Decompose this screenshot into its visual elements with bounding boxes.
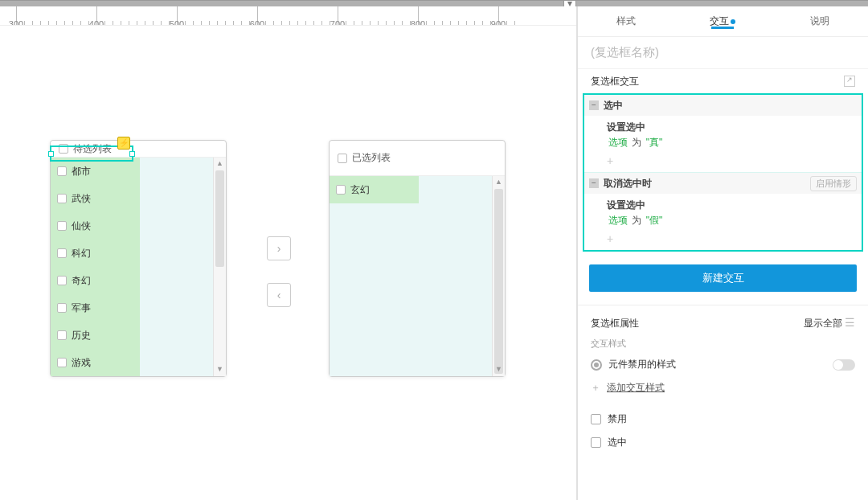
horizontal-ruler: 300400500600700800900 <box>0 6 576 26</box>
add-action-icon[interactable]: + <box>584 232 862 250</box>
panel-title: 已选列表 <box>352 151 391 165</box>
panel-header: 已选列表 <box>330 141 505 176</box>
selected-list: 玄幻 <box>330 176 492 376</box>
tab-style[interactable]: 样式 <box>578 14 674 28</box>
checkbox-icon[interactable] <box>57 221 67 231</box>
list-item[interactable]: 奇幻 <box>51 267 213 294</box>
scroll-up-icon[interactable]: ▲ <box>214 158 226 170</box>
checkbox-icon[interactable] <box>57 303 67 313</box>
menu-icon[interactable]: ☰ <box>845 316 855 329</box>
action-name: 设置选中 <box>584 194 862 212</box>
list-item[interactable]: 都市 <box>51 158 213 185</box>
plus-icon: ＋ <box>591 381 600 395</box>
show-all-link[interactable]: 显示全部 <box>804 318 842 329</box>
inspector-tabs: 样式 交互 说明 <box>578 6 868 37</box>
checkbox-icon[interactable] <box>336 185 346 195</box>
tab-interactions[interactable]: 交互 <box>674 14 771 28</box>
checkbox-icon[interactable] <box>591 414 601 424</box>
selected-list-panel[interactable]: 已选列表 玄幻 ▲ ▼ <box>329 140 506 377</box>
unsaved-dot-icon <box>731 19 735 24</box>
widget-name-input[interactable]: (复选框名称) <box>578 37 868 69</box>
scroll-up-icon[interactable]: ▲ <box>493 176 505 189</box>
checkbox-icon[interactable] <box>57 194 67 203</box>
placeholder-text: (复选框名称) <box>591 45 659 60</box>
events-block: −选中设置选中选项 为 "真"+−取消选中时启用情形设置选中选项 为 "假"+ <box>583 93 863 252</box>
disable-checkbox-row[interactable]: 禁用 <box>578 408 868 431</box>
event-header[interactable]: −选中 <box>584 95 862 116</box>
main-area: 300400500600700800900 待选列表 都市武侠仙侠科幻奇幻军事历… <box>0 6 868 500</box>
inspector-sidebar: 样式 交互 说明 (复选框名称) 复选框交互 −选中设置选中选项 为 "真"+−… <box>576 6 868 500</box>
action-detail: 选项 为 "假" <box>584 212 862 232</box>
resize-handle-right[interactable] <box>129 151 135 157</box>
event-item[interactable]: −取消选中时启用情形设置选中选项 为 "假"+ <box>584 173 862 250</box>
design-canvas[interactable]: 待选列表 都市武侠仙侠科幻奇幻军事历史游戏 ▲ ▼ ⚡ › ‹ <box>0 26 576 500</box>
resize-handle-left[interactable] <box>48 151 54 157</box>
selected-checkbox-row[interactable]: 选中 <box>578 431 868 454</box>
divider <box>578 305 868 305</box>
add-action-icon[interactable]: + <box>584 154 862 172</box>
action-name: 设置选中 <box>584 116 862 134</box>
list-item[interactable]: 玄幻 <box>330 176 492 203</box>
expand-icon[interactable] <box>844 76 855 87</box>
tab-notes[interactable]: 说明 <box>772 14 868 28</box>
checkbox-icon <box>338 154 347 163</box>
list-item[interactable]: 科幻 <box>51 240 213 267</box>
list-item[interactable]: 仙侠 <box>51 212 213 240</box>
move-left-button[interactable]: ‹ <box>267 283 291 307</box>
pending-list-panel[interactable]: 待选列表 都市武侠仙侠科幻奇幻军事历史游戏 ▲ ▼ <box>50 140 227 377</box>
properties-header: 复选框属性 显示全部 ☰ <box>578 312 868 334</box>
list-item[interactable]: 军事 <box>51 294 213 322</box>
collapse-icon[interactable]: − <box>589 100 599 110</box>
checkbox-icon[interactable] <box>591 437 601 448</box>
scrollbar[interactable]: ▲ ▼ <box>492 176 505 376</box>
add-ix-style-row[interactable]: ＋ 添加交互样式 <box>578 376 868 400</box>
ix-style-header: 交互样式 <box>578 334 868 353</box>
scroll-down-icon[interactable]: ▼ <box>214 363 226 376</box>
scroll-thumb[interactable] <box>494 189 503 374</box>
collapse-icon[interactable]: − <box>589 178 599 188</box>
interaction-badge-icon[interactable]: ⚡ <box>117 137 130 150</box>
event-header[interactable]: −取消选中时启用情形 <box>584 173 862 194</box>
toggle-switch[interactable] <box>833 359 855 371</box>
move-right-button[interactable]: › <box>267 236 291 260</box>
event-item[interactable]: −选中设置选中选项 为 "真"+ <box>584 95 862 173</box>
list-item[interactable]: 游戏 <box>51 349 213 376</box>
interactions-section-header: 复选框交互 <box>578 69 868 93</box>
disabled-style-row[interactable]: 元件禁用的样式 <box>578 353 868 376</box>
enable-case-button[interactable]: 启用情形 <box>810 176 857 191</box>
new-interaction-button[interactable]: 新建交互 <box>589 264 857 292</box>
action-detail: 选项 为 "真" <box>584 134 862 154</box>
checkbox-icon[interactable] <box>57 330 67 340</box>
checkbox-icon[interactable] <box>57 166 67 176</box>
pending-list: 都市武侠仙侠科幻奇幻军事历史游戏 <box>51 158 213 376</box>
scroll-down-icon[interactable]: ▼ <box>493 363 505 376</box>
list-item[interactable]: 历史 <box>51 322 213 349</box>
checkbox-icon[interactable] <box>57 248 67 258</box>
checkbox-icon[interactable] <box>57 358 67 367</box>
list-item[interactable]: 武侠 <box>51 185 213 212</box>
scrollbar[interactable]: ▲ ▼ <box>213 158 226 376</box>
top-toolbar-strip: ▾ <box>0 0 868 6</box>
checkbox-icon[interactable] <box>57 276 67 285</box>
scroll-thumb[interactable] <box>215 170 224 267</box>
radio-icon <box>591 359 602 371</box>
